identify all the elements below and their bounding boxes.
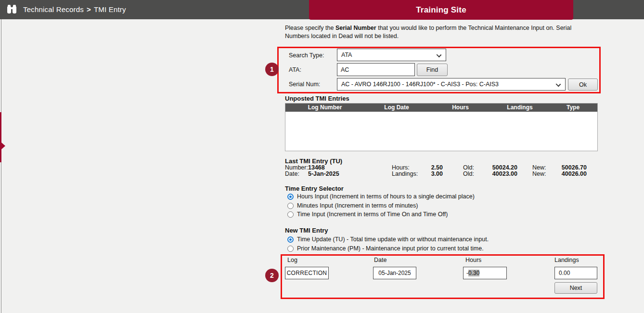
ok-button[interactable]: Ok bbox=[568, 78, 598, 91]
date-input-value: 05-Jan-2025 bbox=[378, 270, 411, 276]
new-hours-value: 50026.70 bbox=[552, 164, 587, 171]
column-header-log-date: Log Date bbox=[364, 104, 429, 112]
search-type-select[interactable]: ATA bbox=[337, 49, 446, 61]
log-field-label: Log bbox=[287, 257, 297, 263]
serial-num-label: Serial Num: bbox=[289, 81, 320, 88]
ata-value: AC bbox=[341, 66, 349, 73]
unposted-entries-table: Log Number Log Date Hours Landings Type bbox=[285, 103, 598, 151]
find-button[interactable]: Find bbox=[417, 64, 448, 76]
landings-value: 3.00 bbox=[422, 170, 443, 177]
ata-input[interactable]: AC bbox=[337, 63, 415, 76]
log-input[interactable]: CORRECTION bbox=[285, 267, 329, 279]
expand-arrow-icon[interactable] bbox=[1, 143, 5, 149]
next-button[interactable]: Next bbox=[554, 282, 597, 294]
date-input[interactable]: 05-Jan-2025 bbox=[373, 267, 416, 279]
chevron-down-icon bbox=[556, 82, 561, 87]
radio-button-icon[interactable] bbox=[287, 236, 294, 243]
search-type-label: Search Type: bbox=[289, 52, 324, 59]
last-entry-row: Number: 13468 Hours: 2.50 Old: 50024.20 … bbox=[285, 164, 598, 171]
chevron-down-icon bbox=[437, 52, 442, 58]
breadcrumb-section[interactable]: Technical Records bbox=[23, 5, 84, 13]
search-type-value: ATA bbox=[341, 52, 352, 58]
number-value: 13468 bbox=[308, 164, 392, 171]
number-label: Number: bbox=[285, 164, 308, 171]
find-button-label: Find bbox=[426, 66, 438, 73]
serial-num-select[interactable]: AC - AVRO 146RJ100 - 146RJ100* - C-AIS3 … bbox=[337, 78, 566, 91]
old-label: Old: bbox=[463, 164, 482, 171]
old-label: Old: bbox=[463, 170, 482, 177]
radio-time-input-label: Time Input (Increment in terms of Time O… bbox=[297, 211, 448, 218]
hours-field-label: Hours bbox=[465, 257, 481, 263]
ata-label: ATA: bbox=[289, 66, 301, 73]
tmi-entry-page: Technical Records>TMI Entry Training Sit… bbox=[0, 0, 644, 313]
radio-prior-maintenance-label: Prior Maintenance (PM) - Maintenance inp… bbox=[297, 245, 484, 252]
column-header-landings: Landings bbox=[492, 104, 548, 112]
last-entry-row: Date: 5-Jan-2025 Landings: 3.00 Old: 400… bbox=[285, 170, 598, 177]
binoculars-icon bbox=[6, 5, 17, 14]
training-site-label: Training Site bbox=[416, 5, 466, 15]
old-landings-value: 40023.00 bbox=[482, 170, 517, 177]
radio-time-input[interactable]: Time Input (Increment in terms of Time O… bbox=[287, 211, 448, 218]
time-entry-selector-title: Time Entry Selector bbox=[285, 185, 344, 192]
log-input-value: CORRECTION bbox=[287, 270, 327, 276]
landings-input[interactable]: 0.00 bbox=[554, 267, 597, 279]
annotation-step-2: 2 bbox=[265, 269, 279, 282]
instructions-bold-term: Serial Number bbox=[335, 25, 376, 31]
hours-input[interactable]: -0.30 bbox=[463, 267, 507, 279]
breadcrumb-separator-icon: > bbox=[84, 5, 94, 13]
radio-prior-maintenance[interactable]: Prior Maintenance (PM) - Maintenance inp… bbox=[287, 245, 484, 252]
annotation-step-1: 1 bbox=[265, 63, 279, 76]
radio-time-update-label: Time Update (TU) - Total time update wit… bbox=[297, 236, 489, 243]
radio-button-icon[interactable] bbox=[287, 246, 294, 252]
hours-value: 2.50 bbox=[422, 164, 443, 171]
hours-label: Hours: bbox=[392, 164, 422, 171]
annotation-step-2-number: 2 bbox=[270, 272, 274, 279]
column-header-log-number: Log Number bbox=[285, 104, 364, 112]
column-header-type: Type bbox=[548, 104, 598, 112]
annotation-step-1-number: 1 bbox=[270, 65, 274, 73]
radio-hours-input-label: Hours Input (Increment in terms of hours… bbox=[297, 193, 475, 200]
hours-input-selected-text: 0.30 bbox=[468, 270, 479, 276]
left-panel-expander[interactable] bbox=[0, 112, 1, 162]
instructions-prefix: Please specify the bbox=[285, 25, 335, 31]
radio-button-icon[interactable] bbox=[287, 203, 294, 209]
new-label: New: bbox=[532, 164, 552, 171]
left-panel-border bbox=[1, 19, 1, 313]
serial-num-value: AC - AVRO 146RJ100 - 146RJ100* - C-AIS3 … bbox=[341, 81, 499, 88]
radio-button-icon[interactable] bbox=[287, 194, 294, 200]
training-site-banner: Training Site bbox=[309, 0, 573, 20]
column-header-hours: Hours bbox=[429, 104, 492, 112]
radio-button-icon[interactable] bbox=[287, 211, 294, 218]
date-field-label: Date bbox=[374, 257, 386, 263]
landings-label: Landings: bbox=[392, 170, 422, 177]
last-tmi-entry-title: Last TMI Entry (TU) bbox=[285, 157, 342, 165]
table-header-row: Log Number Log Date Hours Landings Type bbox=[285, 104, 597, 112]
ok-button-label: Ok bbox=[579, 81, 587, 88]
date-label: Date: bbox=[285, 170, 308, 177]
landings-field-label: Landings bbox=[554, 257, 579, 263]
radio-time-update[interactable]: Time Update (TU) - Total time update wit… bbox=[287, 236, 489, 243]
instructions-text: Please specify the Serial Number that yo… bbox=[285, 24, 597, 40]
radio-hours-input[interactable]: Hours Input (Increment in terms of hours… bbox=[287, 193, 475, 200]
date-value: 5-Jan-2025 bbox=[308, 170, 392, 177]
radio-minutes-input-label: Minutes Input (Increment in terms of min… bbox=[297, 202, 418, 209]
old-hours-value: 50024.20 bbox=[482, 164, 517, 171]
new-label: New: bbox=[532, 170, 552, 177]
breadcrumb: Technical Records>TMI Entry bbox=[23, 5, 126, 13]
breadcrumb-page: TMI Entry bbox=[94, 5, 126, 13]
new-tmi-entry-title: New TMI Entry bbox=[285, 227, 328, 234]
new-landings-value: 40026.00 bbox=[552, 170, 587, 177]
radio-minutes-input[interactable]: Minutes Input (Increment in terms of min… bbox=[287, 202, 418, 209]
landings-input-value: 0.00 bbox=[559, 270, 570, 276]
unposted-entries-title: Unposted TMI Entries bbox=[285, 95, 349, 102]
next-button-label: Next bbox=[570, 285, 582, 291]
